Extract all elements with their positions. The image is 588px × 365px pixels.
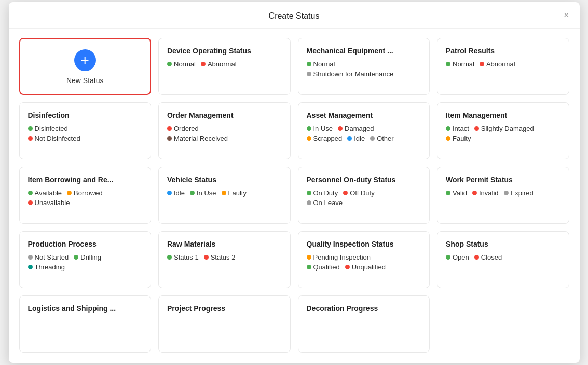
dot-gray [307, 200, 311, 205]
card-title-shop-status: Shop Status [446, 240, 560, 248]
status-item: Status 2 [204, 253, 236, 261]
status-item: Scrapped [307, 134, 343, 142]
new-status-card[interactable]: + New Status [19, 38, 152, 95]
status-label: Idle [354, 134, 365, 142]
card-title-item-management: Item Management [446, 111, 560, 119]
dot-green [190, 191, 195, 195]
card-work-permit-status[interactable]: Work Permit StatusValidInvalidExpired [437, 167, 569, 224]
status-label: Not Started [35, 253, 69, 261]
card-shop-status[interactable]: Shop StatusOpenClosed [437, 231, 569, 288]
status-row: Ordered [167, 125, 282, 132]
status-label: Faulty [228, 189, 247, 197]
card-production-process[interactable]: Production ProcessNot StartedDrillingThr… [19, 231, 152, 288]
card-title-patrol-results: Patrol Results [446, 47, 560, 55]
status-item: Other [370, 134, 394, 142]
status-label: Invalid [479, 189, 499, 197]
card-personnel-onduty-status[interactable]: Personnel On-duty StatusOn DutyOff DutyO… [298, 167, 430, 224]
status-label: On Leave [313, 199, 343, 207]
card-quality-inspection-status[interactable]: Quality Inspection StatusPending Inspect… [298, 231, 430, 288]
modal-header: Create Status × [9, 2, 580, 29]
status-item: Threading [28, 263, 65, 271]
dot-red [201, 62, 206, 66]
dot-green [446, 126, 450, 131]
status-row: AvailableBorrowed [28, 189, 143, 197]
dot-green [74, 255, 78, 260]
dot-green [307, 191, 311, 195]
close-button[interactable]: × [564, 10, 569, 20]
status-item: Unqualified [345, 263, 386, 271]
status-label: Intact [453, 125, 469, 132]
dot-red [167, 126, 172, 131]
status-item: Intact [446, 125, 469, 132]
status-label: Other [377, 134, 394, 142]
card-disinfection[interactable]: DisinfectionDisinfectedNot Disinfected [19, 102, 152, 159]
status-label: Disinfected [35, 125, 68, 132]
status-row: OpenClosed [446, 253, 560, 261]
card-logistics-shipping[interactable]: Logistics and Shipping ... [19, 295, 152, 353]
status-label: Threading [35, 263, 65, 271]
card-order-management[interactable]: Order ManagementOrderedMaterial Received [158, 102, 291, 159]
card-item-management[interactable]: Item ManagementIntactSlightly DamagedFau… [437, 102, 569, 159]
status-label: Normal [174, 60, 196, 68]
status-item: Normal [167, 60, 196, 68]
status-row: ValidInvalidExpired [446, 189, 560, 197]
card-title-asset-management: Asset Management [307, 111, 421, 119]
card-title-device-operating-status: Device Operating Status [167, 47, 282, 55]
status-row: Material Received [167, 134, 282, 142]
dot-blue [347, 136, 352, 141]
new-status-label: New Status [66, 76, 104, 85]
status-label: Closed [481, 253, 502, 261]
dot-green [307, 126, 311, 131]
status-row: Not StartedDrilling [28, 253, 143, 261]
status-row: In UseDamaged [307, 125, 421, 132]
status-label: Expired [511, 189, 534, 197]
status-item: In Use [190, 189, 216, 197]
card-device-operating-status[interactable]: Device Operating StatusNormalAbnormal [158, 38, 291, 95]
status-row: ScrappedIdleOther [307, 134, 421, 142]
dot-red [338, 126, 343, 131]
status-item: Qualified [307, 263, 340, 271]
status-label: In Use [197, 189, 216, 197]
status-item: Off Duty [343, 189, 374, 197]
card-vehicle-status[interactable]: Vehicle StatusIdleIn UseFaulty [158, 167, 291, 224]
status-item: In Use [307, 125, 333, 132]
status-row: Shutdown for Maintenance [307, 70, 421, 78]
status-item: Expired [504, 189, 534, 197]
status-label: Ordered [174, 125, 199, 132]
card-decoration-progress[interactable]: Decoration Progress [298, 295, 430, 353]
dot-green [446, 191, 450, 195]
dot-green [167, 255, 172, 260]
card-asset-management[interactable]: Asset ManagementIn UseDamagedScrappedIdl… [298, 102, 430, 159]
dot-gray [28, 255, 33, 260]
card-title-vehicle-status: Vehicle Status [167, 175, 282, 184]
status-label: Not Disinfected [35, 134, 80, 142]
status-row: Normal [307, 60, 421, 68]
status-row: Threading [28, 263, 143, 271]
card-patrol-results[interactable]: Patrol ResultsNormalAbnormal [437, 38, 569, 95]
card-item-borrowing[interactable]: Item Borrowing and Re...AvailableBorrowe… [19, 167, 152, 224]
status-item: Open [446, 253, 469, 261]
status-item: Disinfected [28, 125, 68, 132]
status-row: On Leave [307, 199, 421, 207]
status-item: Material Received [167, 134, 228, 142]
status-item: Abnormal [201, 60, 237, 68]
status-grid: + New Status Device Operating StatusNorm… [9, 29, 580, 353]
status-label: Status 2 [211, 253, 236, 261]
dot-green [307, 265, 311, 269]
dot-red [472, 191, 477, 195]
status-label: Unqualified [352, 263, 386, 271]
status-row: Status 1Status 2 [167, 253, 282, 261]
status-label: Damaged [345, 125, 374, 132]
status-item: Not Started [28, 253, 69, 261]
status-item: Invalid [472, 189, 499, 197]
status-row: QualifiedUnqualified [307, 263, 421, 271]
status-label: Slightly Damaged [481, 125, 534, 132]
status-item: On Leave [307, 199, 343, 207]
status-item: Available [28, 189, 62, 197]
dot-teal [28, 265, 33, 269]
dot-orange [307, 255, 311, 260]
card-project-progress[interactable]: Project Progress [158, 295, 291, 353]
status-item: Status 1 [167, 253, 199, 261]
card-mechanical-equipment[interactable]: Mechanical Equipment ...NormalShutdown f… [298, 38, 430, 95]
card-raw-materials[interactable]: Raw MaterialsStatus 1Status 2 [158, 231, 291, 288]
